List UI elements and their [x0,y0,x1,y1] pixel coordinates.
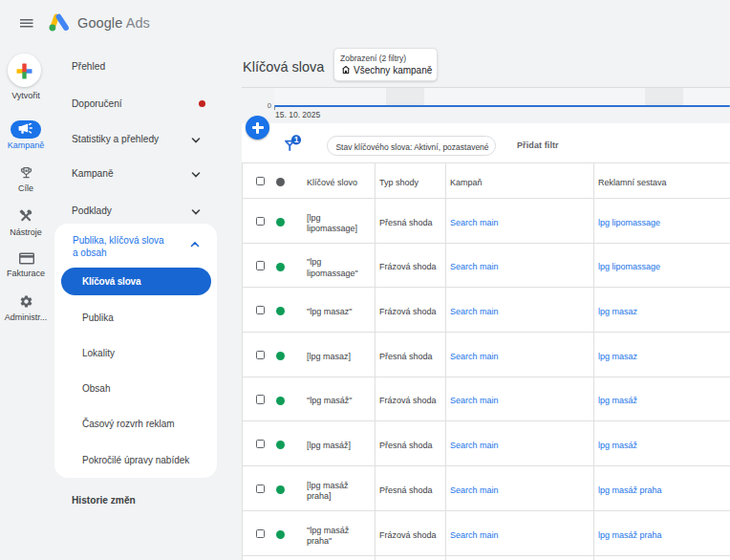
svg-text:1: 1 [294,135,299,144]
